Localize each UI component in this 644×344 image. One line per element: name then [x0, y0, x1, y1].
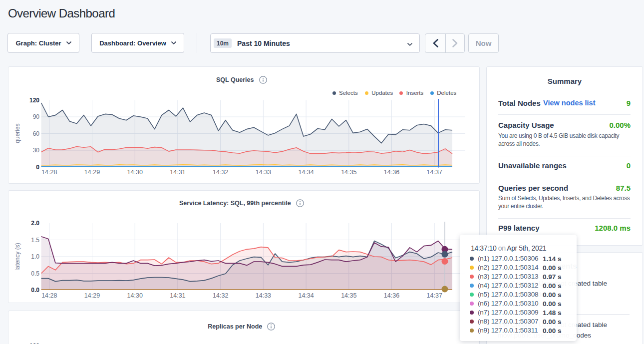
svg-text:14:36: 14:36	[384, 169, 399, 176]
svg-text:0.0: 0.0	[31, 287, 39, 294]
svg-text:queries: queries	[14, 123, 21, 143]
svg-text:14:34: 14:34	[298, 292, 314, 299]
svg-text:14:29: 14:29	[84, 292, 100, 299]
svg-text:14:37: 14:37	[427, 292, 442, 299]
svg-text:14:34: 14:34	[298, 169, 314, 176]
svg-text:latency (s): latency (s)	[14, 243, 21, 270]
svg-text:14:32: 14:32	[213, 292, 228, 299]
svg-text:30: 30	[33, 147, 40, 154]
svg-text:14:30: 14:30	[127, 169, 143, 176]
svg-text:14:29: 14:29	[84, 169, 100, 176]
svg-text:60: 60	[33, 130, 40, 137]
svg-text:14:37: 14:37	[427, 169, 442, 176]
svg-text:120: 120	[29, 97, 39, 104]
svg-text:14:28: 14:28	[41, 292, 57, 299]
svg-text:1.0: 1.0	[31, 253, 39, 260]
svg-text:14:31: 14:31	[170, 169, 185, 176]
svg-text:14:35: 14:35	[341, 169, 356, 176]
svg-text:0: 0	[36, 164, 39, 171]
svg-text:14:31: 14:31	[170, 292, 185, 299]
svg-text:2.0: 2.0	[31, 220, 39, 227]
svg-text:14:32: 14:32	[213, 169, 228, 176]
svg-text:14:36: 14:36	[384, 292, 399, 299]
svg-text:14:33: 14:33	[256, 292, 271, 299]
svg-text:1.5: 1.5	[31, 237, 39, 244]
svg-text:14:33: 14:33	[256, 169, 271, 176]
svg-text:0.5: 0.5	[31, 270, 39, 277]
svg-text:90: 90	[33, 113, 40, 120]
svg-text:14:30: 14:30	[127, 292, 143, 299]
svg-text:14:28: 14:28	[41, 169, 57, 176]
svg-text:14:35: 14:35	[341, 292, 356, 299]
